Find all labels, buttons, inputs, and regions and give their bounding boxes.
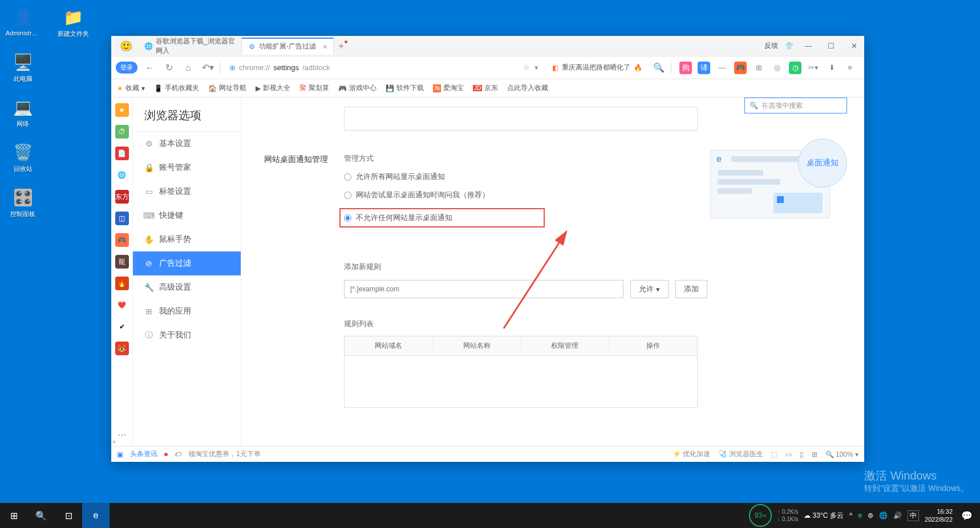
undo-button[interactable]: ↶▾ — [200, 60, 215, 75]
status-news[interactable]: 头条资讯 — [130, 449, 157, 459]
status-icon-2[interactable]: ▭ — [785, 450, 792, 458]
tray-edge-icon[interactable]: e — [858, 511, 862, 519]
news-icon[interactable]: ▣ — [117, 450, 123, 458]
strip-fav-icon[interactable]: ★ — [115, 103, 129, 117]
desktop-icon-folder[interactable]: 📁新建文件夹 — [56, 6, 90, 38]
speed-meter[interactable]: 93% — [749, 504, 772, 527]
headline-bar[interactable]: ◧ 重庆高温把路都晒化了 🔥 — [548, 63, 647, 72]
ext-circle-icon[interactable]: ◎ — [771, 62, 783, 74]
dropdown-icon[interactable]: ▾ — [534, 63, 538, 72]
block-icon: ⊘ — [144, 259, 153, 268]
ext-menu-icon[interactable]: ≡ — [844, 62, 856, 74]
sidebar-item-tabs[interactable]: ▭标签设置 — [133, 180, 241, 204]
sidebar-item-basic[interactable]: ⚙基本设置 — [133, 132, 241, 156]
strip-nike-icon[interactable]: ✔ — [115, 320, 129, 334]
doctor-link[interactable]: 🩺 浏览器医生 — [718, 449, 763, 459]
sidebar-item-adblock[interactable]: ⊘广告过滤 — [133, 251, 241, 275]
feedback-link[interactable]: 反馈 — [764, 41, 778, 51]
close-button[interactable]: ✕ — [846, 38, 862, 54]
sidebar-item-about[interactable]: ⓘ关于我们 — [133, 323, 241, 347]
ext-download-icon[interactable]: ⬇ — [825, 62, 838, 74]
bookmark-fav[interactable]: ★收藏 ▾ — [117, 83, 145, 93]
minimize-button[interactable]: — — [800, 38, 816, 54]
home-button[interactable]: ⌂ — [181, 60, 196, 75]
desktop-icon-admin[interactable]: 👤Administra... — [6, 6, 40, 38]
action-center-icon[interactable]: 💬 — [958, 503, 975, 528]
sidebar-item-advanced[interactable]: 🔧高级设置 — [133, 275, 241, 299]
strip-east-icon[interactable]: 东方 — [115, 190, 129, 204]
star-icon[interactable]: ☆ — [523, 63, 530, 72]
strip-dragon-icon[interactable]: 龍 — [115, 255, 129, 269]
sidebar-item-account[interactable]: 🔒账号管家 — [133, 156, 241, 180]
tab-chrome-download[interactable]: 🌐 谷歌浏览器下载_浏览器官网入 — [139, 38, 241, 55]
allow-button[interactable]: 允许 ▾ — [630, 280, 669, 298]
tray-chevron-icon[interactable]: ^ — [849, 511, 853, 519]
maximize-button[interactable]: ☐ — [823, 38, 839, 54]
edge-taskbar-icon[interactable]: e — [82, 503, 110, 528]
bookmark-taobao[interactable]: 淘爱淘宝 — [433, 83, 464, 93]
bookmark-video[interactable]: ▶影视大全 — [256, 83, 290, 93]
settings-search-input[interactable]: 🔍 在选项中搜索 — [744, 98, 847, 113]
bookmark-mobile[interactable]: 📱手机收藏夹 — [154, 83, 199, 93]
rule-input[interactable] — [344, 280, 623, 298]
url-bar[interactable]: ⊕ chrome://settings/adblock ☆ ▾ — [225, 60, 543, 76]
taskview-button[interactable]: ⊡ — [55, 503, 82, 528]
tray-network-icon[interactable]: 🌐 — [879, 511, 888, 519]
ext-grid-icon[interactable]: ⊞ — [752, 62, 765, 74]
ext-shopping-icon[interactable]: 购 — [679, 62, 692, 74]
bookmark-games[interactable]: 🎮游戏中心 — [338, 83, 376, 93]
browser-window: 🙂 🌐 谷歌浏览器下载_浏览器官网入 ⚙ 功能扩展-广告过滤 × + 反馈 👕 … — [111, 36, 864, 462]
close-icon[interactable]: × — [323, 42, 327, 51]
search-icon[interactable]: 🔍 — [651, 60, 666, 75]
bookmark-nav[interactable]: 🏠网址导航 — [208, 83, 246, 93]
bookmark-software[interactable]: 💾软件下载 — [386, 83, 424, 93]
status-icon-4[interactable]: ⊞ — [812, 450, 817, 458]
ext-game-icon[interactable]: 🎮 — [734, 62, 747, 74]
new-tab-button[interactable]: + — [334, 41, 349, 51]
strip-heart-icon[interactable]: ❤️ — [115, 298, 129, 312]
desktop-icon-pc[interactable]: 🖥️此电脑 — [6, 51, 40, 83]
strip-chrome-icon[interactable]: 🌐 — [115, 168, 129, 182]
add-button[interactable]: 添加 — [675, 280, 707, 298]
profile-avatar-icon[interactable]: 🙂 — [117, 37, 135, 55]
strip-blue-icon[interactable]: ◫ — [115, 212, 129, 225]
bookmark-import[interactable]: 点此导入收藏 — [507, 83, 548, 93]
tray-volume-icon[interactable]: 🔊 — [893, 511, 902, 519]
ime-indicator[interactable]: 中 — [908, 510, 919, 521]
strip-collapse-icon[interactable]: « — [112, 438, 116, 445]
strip-pdf-icon[interactable]: 📄 — [115, 147, 129, 160]
ext-dash-icon[interactable]: — — [716, 62, 728, 74]
optimize-link[interactable]: ⚡ 优化加速 — [673, 449, 710, 459]
sidebar-item-gesture[interactable]: ✋鼠标手势 — [133, 228, 241, 251]
strip-clock-icon[interactable]: ⏱ — [115, 125, 129, 139]
back-button[interactable]: ← — [142, 60, 157, 75]
bookmark-juhuasuan[interactable]: 聚聚划算 — [299, 83, 329, 93]
status-icon-1[interactable]: ⬚ — [771, 450, 777, 458]
desktop-icon-network[interactable]: 💻网络 — [6, 96, 40, 128]
radio-block-all[interactable]: 不允许任何网站显示桌面通知 — [344, 213, 452, 223]
skin-icon[interactable]: 👕 — [785, 42, 793, 50]
search-button[interactable]: 🔍 — [27, 503, 55, 528]
ext-scissors-icon[interactable]: ✂▾ — [807, 62, 820, 74]
zoom-indicator[interactable]: 🔍 100% ▾ — [825, 450, 858, 458]
tray-guard-icon[interactable]: ⊚ — [868, 511, 873, 519]
desktop-icon-recycle[interactable]: 🗑️回收站 — [6, 141, 40, 173]
sidebar-item-apps[interactable]: ⊞我的应用 — [133, 299, 241, 323]
status-coupon[interactable]: 领淘宝优惠券，1元下单 — [188, 449, 261, 459]
bookmark-jd[interactable]: JD京东 — [473, 83, 498, 93]
sidebar-item-shortcut[interactable]: ⌨快捷键 — [133, 204, 241, 228]
refresh-button[interactable]: ↻ — [161, 60, 176, 75]
clock[interactable]: 16:32 2022/8/22 — [925, 507, 953, 524]
start-button[interactable]: ⊞ — [0, 503, 27, 528]
strip-fire-icon[interactable]: 🔥 — [115, 277, 129, 290]
tab-adblock-settings[interactable]: ⚙ 功能扩展-广告过滤 × — [241, 38, 334, 55]
strip-tiger-icon[interactable]: 🐯 — [115, 342, 129, 355]
login-button[interactable]: 登录 — [116, 62, 137, 74]
strip-game-icon[interactable]: 🎮 — [115, 233, 129, 247]
status-icon-3[interactable]: ▯ — [800, 450, 804, 458]
desktop-icon-control[interactable]: 🎛️控制面板 — [6, 186, 40, 218]
ext-green-icon[interactable]: ◷ — [789, 62, 801, 74]
strip-more-icon[interactable]: ⋯ — [118, 429, 127, 440]
weather-tray[interactable]: ☁ 33°C 多云 — [804, 511, 844, 521]
ext-translate-icon[interactable]: 译 — [698, 62, 710, 74]
